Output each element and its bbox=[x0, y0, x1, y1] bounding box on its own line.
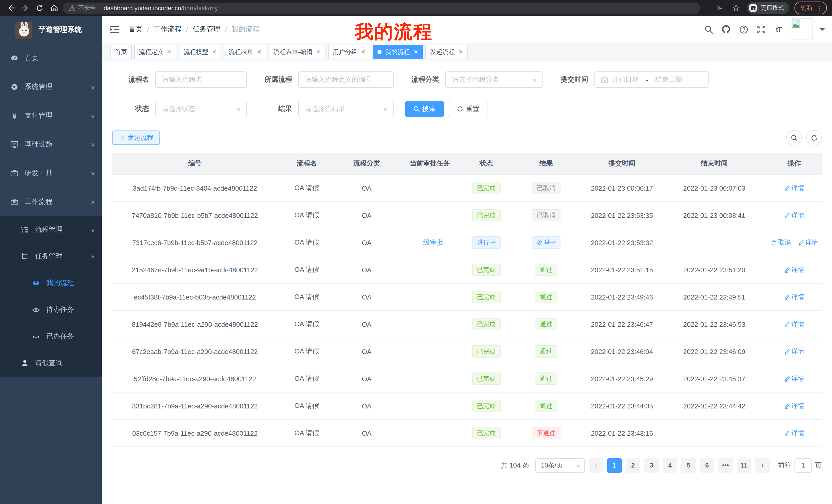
close-icon[interactable]: ✕ bbox=[212, 49, 216, 55]
page-button-6[interactable]: 6 bbox=[700, 458, 714, 473]
refresh-table-button[interactable] bbox=[806, 130, 822, 145]
update-button[interactable]: 更新 ⋮ bbox=[795, 2, 827, 15]
address-bar[interactable]: 不安全 dashboard.yudao.iocoder.cn/bpm/task/… bbox=[63, 2, 700, 13]
security-warning[interactable]: 不安全 bbox=[69, 4, 96, 12]
next-page-button[interactable]: › bbox=[755, 458, 770, 473]
sidebar-item-done-task[interactable]: 已办任务 bbox=[0, 323, 102, 350]
sidebar-item-system[interactable]: 系统管理 ∨ bbox=[0, 73, 102, 101]
detail-action-link[interactable]: 详情 bbox=[784, 347, 804, 356]
result-cell: 通过 bbox=[510, 392, 582, 419]
detail-action-link[interactable]: 详情 bbox=[784, 401, 804, 410]
sidebar-item-task-mgmt[interactable]: 任务管理 ∧ bbox=[0, 243, 102, 270]
pagination-ellipsis[interactable]: ••• bbox=[718, 458, 733, 473]
cancel-action-link[interactable]: 取消 bbox=[771, 238, 791, 247]
dashboard-icon bbox=[10, 54, 19, 62]
back-icon[interactable] bbox=[5, 2, 17, 13]
help-icon[interactable] bbox=[738, 24, 749, 34]
status-badge: 已完成 bbox=[472, 372, 501, 385]
detail-action-link[interactable]: 详情 bbox=[784, 265, 804, 274]
end-time-cell: 2022-01-22 23:46:53 bbox=[662, 311, 767, 338]
actions-cell: 详情 bbox=[767, 311, 822, 338]
search-button[interactable]: 搜索 bbox=[405, 101, 444, 117]
tab-user-group[interactable]: 用户分组✕ bbox=[328, 45, 370, 59]
sidebar-collapse-icon[interactable] bbox=[109, 24, 120, 35]
search-icon bbox=[413, 106, 420, 112]
tab-my-process[interactable]: 我的流程✕ bbox=[373, 45, 423, 59]
home-icon[interactable] bbox=[48, 2, 60, 13]
close-icon[interactable]: ✕ bbox=[361, 49, 366, 55]
reload-icon[interactable] bbox=[34, 2, 45, 13]
sidebar-item-process-mgmt[interactable]: 流程管理 ∨ bbox=[0, 216, 102, 243]
font-size-icon[interactable]: tT bbox=[773, 24, 784, 34]
breadcrumb-workflow[interactable]: 工作流程 bbox=[154, 25, 182, 34]
process-name-input[interactable]: 请输入流程名 bbox=[155, 72, 247, 88]
breadcrumb-home[interactable]: 首页 bbox=[129, 25, 142, 34]
submit-time-range-picker[interactable]: 开始日期 - 结束日期 bbox=[594, 72, 709, 88]
sidebar-item-payment[interactable]: ¥ 支付管理 ∨ bbox=[0, 101, 102, 130]
detail-action-link[interactable]: 详情 bbox=[798, 238, 818, 247]
detail-action-link[interactable]: 详情 bbox=[784, 292, 804, 301]
sidebar-item-my-process[interactable]: 我的流程 bbox=[0, 270, 102, 297]
table-row: 7470a810-7b9b-11ec-b5b7-acde48001122OA 请… bbox=[112, 202, 822, 229]
status-select[interactable]: 请选择状态∨ bbox=[155, 101, 247, 117]
tab-home[interactable]: 首页 bbox=[110, 45, 132, 59]
detail-action-link[interactable]: 详情 bbox=[784, 184, 804, 192]
person-icon bbox=[21, 359, 29, 367]
header-search-icon[interactable] bbox=[703, 24, 714, 34]
close-icon[interactable]: ✕ bbox=[413, 49, 418, 55]
page-button-3[interactable]: 3 bbox=[644, 458, 659, 473]
bookmark-star-icon[interactable] bbox=[730, 2, 742, 13]
breadcrumb-task-mgmt[interactable]: 任务管理 bbox=[192, 25, 220, 34]
close-icon[interactable]: ✕ bbox=[316, 49, 321, 55]
detail-action-link[interactable]: 详情 bbox=[784, 211, 804, 220]
github-icon[interactable] bbox=[721, 24, 731, 34]
avatar[interactable] bbox=[791, 19, 812, 40]
page-button-11[interactable]: 11 bbox=[737, 458, 751, 473]
toggle-search-button[interactable] bbox=[786, 130, 802, 145]
browser-menu-icon[interactable]: ⋮ bbox=[816, 5, 822, 11]
fullscreen-icon[interactable] bbox=[756, 24, 766, 34]
tab-start-process[interactable]: 发起流程✕ bbox=[425, 45, 468, 59]
forward-icon[interactable] bbox=[20, 2, 31, 13]
tab-process-form[interactable]: 流程表单✕ bbox=[224, 45, 266, 59]
key-icon[interactable] bbox=[714, 2, 725, 13]
process-definition-input[interactable]: 请输入流程定义的编号 bbox=[298, 72, 394, 88]
current-task-cell bbox=[397, 202, 462, 229]
detail-action-link[interactable]: 详情 bbox=[784, 320, 804, 329]
create-process-button[interactable]: ＋ 发起流程 bbox=[112, 131, 160, 145]
avatar-caret-icon[interactable] bbox=[820, 28, 825, 33]
submit-time-cell: 2022-01-22 23:43:16 bbox=[582, 419, 662, 447]
sidebar-item-workflow[interactable]: 工作流程 ∧ bbox=[0, 188, 102, 216]
page-button-1[interactable]: 1 bbox=[607, 458, 622, 473]
page-button-2[interactable]: 2 bbox=[626, 458, 640, 473]
sidebar: 芋道管理系统 首页 系统管理 ∨ ¥ 支付管理 ∨ 基础设施 ∨ bbox=[0, 16, 102, 504]
prev-page-button[interactable]: ‹ bbox=[589, 458, 603, 473]
goto-page-input[interactable]: 1 bbox=[795, 458, 812, 473]
close-icon[interactable]: ✕ bbox=[167, 49, 172, 55]
tab-process-form-edit[interactable]: 流程表单-编辑✕ bbox=[269, 45, 325, 59]
sidebar-item-todo-task[interactable]: 待办任务 bbox=[0, 297, 102, 323]
page-size-select[interactable]: 10条/页∨ bbox=[535, 458, 585, 473]
sidebar-item-devtools[interactable]: 研发工具 ∨ bbox=[0, 159, 102, 188]
page-button-5[interactable]: 5 bbox=[681, 458, 696, 473]
current-task-link[interactable]: 一级审批 bbox=[417, 239, 443, 246]
breadcrumb: 首页 / 工作流程 / 任务管理 / 我的流程 bbox=[129, 25, 259, 34]
result-select[interactable]: 请选择流结果∨ bbox=[298, 101, 394, 117]
detail-action-link[interactable]: 详情 bbox=[784, 429, 804, 438]
app-logo[interactable]: 芋道管理系统 bbox=[0, 16, 102, 44]
tab-process-model[interactable]: 流程模型✕ bbox=[179, 45, 221, 59]
status-cell: 已完成 bbox=[462, 365, 510, 392]
reset-button[interactable]: 重置 bbox=[449, 101, 488, 117]
tab-process-definition[interactable]: 流程定义✕ bbox=[134, 45, 176, 59]
page-button-4[interactable]: 4 bbox=[663, 458, 677, 473]
detail-action-link[interactable]: 详情 bbox=[784, 374, 804, 383]
process-category-cell: OA bbox=[336, 256, 397, 283]
yen-icon: ¥ bbox=[10, 111, 19, 120]
process-category-cell: OA bbox=[336, 392, 397, 419]
close-icon[interactable]: ✕ bbox=[459, 49, 463, 55]
process-category-select[interactable]: 请选择流程分类∨ bbox=[445, 72, 543, 88]
close-icon[interactable]: ✕ bbox=[257, 49, 261, 55]
sidebar-item-leave-query[interactable]: 请假查询 bbox=[0, 350, 102, 376]
sidebar-item-home[interactable]: 首页 bbox=[0, 44, 102, 73]
sidebar-item-infra[interactable]: 基础设施 ∨ bbox=[0, 130, 102, 159]
